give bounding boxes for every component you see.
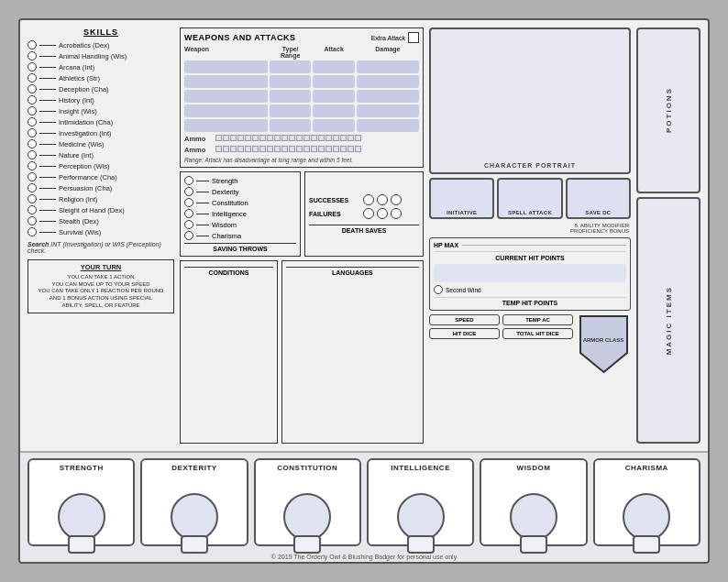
death-circle[interactable] <box>391 208 402 219</box>
death-circle[interactable] <box>363 208 374 219</box>
weapon-type-cell[interactable] <box>270 60 311 73</box>
weapon-type-cell[interactable] <box>270 90 311 103</box>
strength-modifier[interactable] <box>68 535 95 554</box>
constitution-modifier[interactable] <box>293 535 321 554</box>
extra-attack-checkbox[interactable] <box>408 32 419 43</box>
ammo-box[interactable] <box>296 135 303 141</box>
ammo-box[interactable] <box>230 146 237 152</box>
dexterity-modifier[interactable] <box>181 535 208 554</box>
strength-score[interactable] <box>58 493 105 541</box>
ability-charisma[interactable]: CHARISMA <box>593 458 700 546</box>
skill-proficiency-circle[interactable] <box>28 84 37 93</box>
conditions-section[interactable]: CONDITIONS <box>180 260 278 444</box>
skill-proficiency-circle[interactable] <box>28 139 37 148</box>
weapon-attack-cell[interactable] <box>313 104 354 117</box>
weapon-type-cell[interactable] <box>270 119 311 132</box>
ammo-box[interactable] <box>325 135 332 141</box>
speed-box[interactable]: SPEED <box>429 314 500 325</box>
ability-constitution[interactable]: CONSTITUTION <box>254 458 361 546</box>
weapon-attack-cell[interactable] <box>313 119 354 132</box>
ammo-box[interactable] <box>259 135 266 141</box>
weapon-damage-cell[interactable] <box>357 60 419 73</box>
skill-proficiency-circle[interactable] <box>28 117 37 126</box>
weapon-name-cell[interactable] <box>184 104 268 117</box>
dexterity-score[interactable] <box>171 493 218 541</box>
skill-proficiency-circle[interactable] <box>28 205 37 214</box>
spell-attack-box[interactable]: SPELL ATTACK <box>497 178 562 219</box>
ammo-box[interactable] <box>237 146 244 152</box>
ammo-box[interactable] <box>340 135 347 141</box>
ammo-box[interactable] <box>296 146 303 152</box>
ammo-box[interactable] <box>303 146 310 152</box>
ammo-box[interactable] <box>355 135 361 141</box>
wisdom-score[interactable] <box>510 493 557 541</box>
ability-dexterity[interactable]: DEXTERITY <box>140 458 248 546</box>
skill-proficiency-circle[interactable] <box>28 216 37 225</box>
ammo-box[interactable] <box>340 146 347 152</box>
initiative-box[interactable]: INITIATIVE <box>429 178 494 219</box>
skill-proficiency-circle[interactable] <box>28 73 37 82</box>
armor-class-shield[interactable]: ARMOR CLASS <box>579 314 629 374</box>
ammo-box[interactable] <box>318 146 325 152</box>
weapon-name-cell[interactable] <box>184 119 268 132</box>
languages-section[interactable]: LANGUAGES <box>281 260 424 444</box>
ability-strength[interactable]: STRENGTH <box>28 458 135 546</box>
ammo-box[interactable] <box>223 146 229 152</box>
ammo-box[interactable] <box>215 146 222 152</box>
ammo-box[interactable] <box>245 135 251 141</box>
ability-wisdom[interactable]: WISDOM <box>480 458 587 546</box>
weapon-attack-cell[interactable] <box>313 90 354 103</box>
constitution-score[interactable] <box>283 493 331 541</box>
ammo-box[interactable] <box>274 135 281 141</box>
charisma-modifier[interactable] <box>633 535 660 554</box>
death-circle[interactable] <box>377 194 388 205</box>
ammo-box[interactable] <box>245 146 251 152</box>
skill-proficiency-circle[interactable] <box>28 40 37 49</box>
skill-proficiency-circle[interactable] <box>28 227 37 236</box>
skill-proficiency-circle[interactable] <box>28 128 37 137</box>
ammo-box[interactable] <box>303 135 310 141</box>
ammo-box[interactable] <box>281 146 288 152</box>
ammo-box[interactable] <box>230 135 237 141</box>
ammo-box[interactable] <box>318 135 325 141</box>
weapon-name-cell[interactable] <box>184 75 268 88</box>
skill-proficiency-circle[interactable] <box>28 150 37 159</box>
death-circle[interactable] <box>363 194 374 205</box>
ammo-box[interactable] <box>333 146 339 152</box>
ammo-box[interactable] <box>281 135 288 141</box>
save-proficiency-circle[interactable] <box>184 231 193 240</box>
ammo-box[interactable] <box>215 135 222 141</box>
intelligence-score[interactable] <box>397 493 445 541</box>
skill-proficiency-circle[interactable] <box>28 62 37 71</box>
ability-intelligence[interactable]: INTELLIGENCE <box>367 458 474 546</box>
weapon-damage-cell[interactable] <box>357 75 419 88</box>
save-proficiency-circle[interactable] <box>184 220 193 229</box>
weapon-name-cell[interactable] <box>184 90 268 103</box>
death-circle[interactable] <box>391 194 402 205</box>
ammo-box[interactable] <box>223 135 229 141</box>
ammo-box[interactable] <box>289 146 295 152</box>
skill-proficiency-circle[interactable] <box>28 172 37 181</box>
temp-ac-box[interactable]: TEMP AC <box>502 314 573 325</box>
ammo-box[interactable] <box>267 135 273 141</box>
ammo-box[interactable] <box>311 135 317 141</box>
save-proficiency-circle[interactable] <box>184 198 193 207</box>
ammo-box[interactable] <box>289 135 295 141</box>
skill-proficiency-circle[interactable] <box>28 51 37 60</box>
save-dc-box[interactable]: SAVE DC <box>566 178 631 219</box>
skill-proficiency-circle[interactable] <box>28 194 37 203</box>
ammo-box[interactable] <box>267 146 273 152</box>
ammo-box[interactable] <box>252 135 259 141</box>
save-proficiency-circle[interactable] <box>184 176 193 185</box>
intelligence-modifier[interactable] <box>407 535 435 554</box>
total-hit-dice-box[interactable]: TOTAL HIT DICE <box>502 328 573 339</box>
charisma-score[interactable] <box>623 493 670 541</box>
ammo-box[interactable] <box>237 135 244 141</box>
wisdom-modifier[interactable] <box>520 535 547 554</box>
weapon-attack-cell[interactable] <box>313 60 354 73</box>
skill-proficiency-circle[interactable] <box>28 95 37 104</box>
weapon-damage-cell[interactable] <box>357 90 419 103</box>
skill-proficiency-circle[interactable] <box>28 106 37 115</box>
ammo-box[interactable] <box>347 146 354 152</box>
ammo-box[interactable] <box>347 135 354 141</box>
